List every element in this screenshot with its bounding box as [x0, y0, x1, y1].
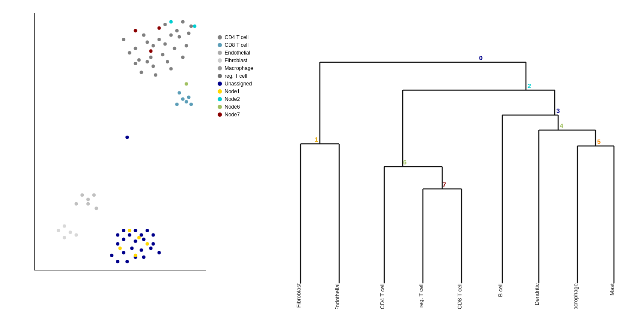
legend-dot — [218, 97, 222, 101]
classification-tree: FibroblastEndothelialCD4 T cellreg. T ce… — [270, 17, 623, 309]
legend-dot — [218, 66, 222, 70]
tsne-legend: CD4 T cellCD8 T cellEndothelialFibroblas… — [218, 34, 253, 119]
legend-label: Node7 — [225, 112, 240, 118]
legend-dot — [218, 35, 222, 39]
legend-label: reg. T cell — [225, 73, 247, 79]
tsne-plot-container — [21, 9, 219, 292]
tree-panel: FibroblastEndothelialCD4 T cellreg. T ce… — [258, 0, 644, 322]
legend-label: Unassigned — [225, 81, 252, 87]
legend-item-node7: Node7 — [218, 112, 253, 118]
legend-label: Endothelial — [225, 50, 250, 56]
tree-leaf-label: Fibroblast — [295, 283, 302, 308]
legend-item-unassigned: Unassigned — [218, 81, 253, 87]
legend-dot — [218, 43, 222, 47]
tree-leaf-label: CD8 T cell — [456, 283, 463, 309]
legend-item-node1: Node1 — [218, 88, 253, 94]
tree-node-label: 5 — [597, 138, 601, 145]
tree-node-label: 7 — [443, 181, 446, 188]
legend-dot — [218, 112, 222, 117]
tree-leaf-label: Dendritic — [534, 283, 540, 306]
legend-dot — [218, 105, 222, 109]
legend-label: Node6 — [225, 104, 240, 110]
tree-node-label: 4 — [560, 122, 564, 129]
legend-label: Node1 — [225, 88, 240, 94]
tree-node-label: 3 — [556, 107, 560, 114]
legend-item-node2: Node2 — [218, 96, 253, 102]
legend-item-endothelial: Endothelial — [218, 50, 253, 56]
legend-item-cd8-t-cell: CD8 T cell — [218, 42, 253, 48]
legend-dot — [218, 51, 222, 55]
legend-item-node6: Node6 — [218, 104, 253, 110]
legend-label: Fibroblast — [225, 58, 247, 64]
legend-item-cd4-t-cell: CD4 T cell — [218, 34, 253, 40]
tree-leaf-label: Mast — [609, 283, 615, 296]
tree-leaf-label: CD4 T cell — [379, 283, 386, 309]
tree-node-label: 6 — [403, 158, 407, 166]
tsne-plot-area — [34, 13, 206, 270]
tree-node-label: 1 — [315, 136, 318, 143]
legend-label: CD4 T cell — [225, 34, 249, 40]
legend-dot — [218, 89, 222, 94]
tsne-panel: CD4 T cellCD8 T cellEndothelialFibroblas… — [0, 0, 258, 322]
tree-leaf-label: Macrophage — [572, 283, 579, 309]
legend-label: Macrophage — [225, 65, 253, 71]
legend-item-macrophage: Macrophage — [218, 65, 253, 71]
legend-label: CD8 T cell — [225, 42, 249, 48]
tree-node-label: 2 — [528, 82, 531, 89]
legend-dot — [218, 82, 222, 86]
legend-label: Node2 — [225, 96, 240, 102]
legend-item-reg.-t-cell: reg. T cell — [218, 73, 253, 79]
tree-node-label: 0 — [479, 54, 483, 61]
tree-leaf-label: reg. T cell — [418, 283, 424, 308]
tree-leaf-label: Endothelial — [334, 283, 340, 309]
tree-leaf-label: B cell — [497, 283, 504, 297]
legend-item-fibroblast: Fibroblast — [218, 58, 253, 64]
legend-dot — [218, 58, 222, 63]
legend-dot — [218, 74, 222, 78]
